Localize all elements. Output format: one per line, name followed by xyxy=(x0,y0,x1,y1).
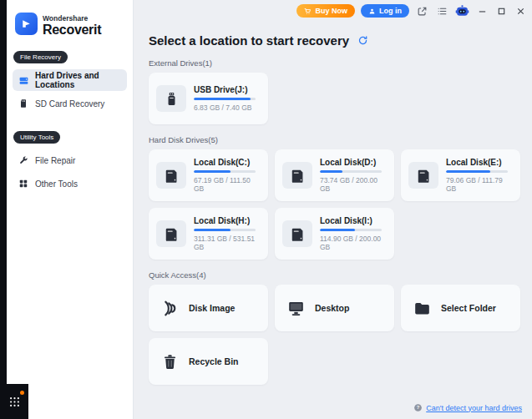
sd-card-icon xyxy=(18,98,29,109)
drive-name: Local Disk(H:) xyxy=(194,216,261,225)
drive-card-usb-j[interactable]: USB Drive(J:) 6.83 GB / 7.40 GB xyxy=(149,73,268,124)
section-badge-utility-tools: Utility Tools xyxy=(13,131,60,144)
sidebar-item-label: File Repair xyxy=(35,156,75,165)
quick-access-select-folder[interactable]: Select Folder xyxy=(401,285,520,331)
sidebar-item-file-repair[interactable]: File Repair xyxy=(13,149,127,171)
quick-access-disk-image[interactable]: Disk Image xyxy=(149,285,268,331)
quick-access-label: Recycle Bin xyxy=(189,356,239,366)
brand-text: Wondershare Recoverit xyxy=(43,13,101,38)
drive-card-local-d[interactable]: Local Disk(D:) 73.74 GB / 200.00 GB xyxy=(275,149,394,201)
close-icon xyxy=(516,7,525,16)
left-edge-strip xyxy=(0,0,7,419)
refresh-button[interactable] xyxy=(357,34,369,47)
disk-image-icon xyxy=(160,298,180,318)
quick-access-recycle-bin[interactable]: Recycle Bin xyxy=(149,338,268,385)
section-label-quick-access: Quick Access(4) xyxy=(149,270,520,280)
drive-name: Local Disk(D:) xyxy=(320,158,387,167)
help-circle-icon: ? xyxy=(413,403,423,412)
drive-capacity: 79.06 GB / 111.79 GB xyxy=(446,176,513,193)
hard-disk-icon xyxy=(408,162,438,189)
drive-capacity: 114.90 GB / 200.00 GB xyxy=(320,235,387,251)
sidebar-item-label: Hard Drives and Locations xyxy=(35,71,122,89)
person-icon xyxy=(368,8,376,15)
apps-grid-icon xyxy=(8,396,21,408)
drive-name: Local Disk(C:) xyxy=(194,158,261,167)
sidebar-item-hard-drives-and-locations[interactable]: Hard Drives and Locations xyxy=(13,69,127,91)
capacity-progress-bar xyxy=(194,229,256,231)
notification-dot xyxy=(20,391,24,395)
hard-disk-icon xyxy=(156,220,186,247)
wrench-icon xyxy=(18,154,29,166)
recoverit-logo-icon xyxy=(15,13,38,35)
menu-list-button[interactable] xyxy=(435,4,449,18)
drive-name: USB Drive(J:) xyxy=(194,85,256,94)
hard-disk-icon xyxy=(156,162,186,189)
share-icon xyxy=(417,6,428,17)
drive-card-local-e[interactable]: Local Disk(E:) 79.06 GB / 111.79 GB xyxy=(401,149,520,201)
quick-access-label: Select Folder xyxy=(441,303,496,313)
drive-capacity: 73.74 GB / 200.00 GB xyxy=(320,176,387,193)
minimize-button[interactable] xyxy=(475,4,489,18)
brand-line-wondershare: Wondershare xyxy=(43,14,101,23)
brand-line-recoverit: Recoverit xyxy=(43,23,101,38)
sidebar-item-label: SD Card Recovery xyxy=(35,99,104,109)
recycle-bin-icon xyxy=(160,351,180,371)
drive-card-local-h[interactable]: Local Disk(H:) 311.31 GB / 531.51 GB xyxy=(149,208,268,260)
desktop-icon xyxy=(286,298,306,318)
drive-name: Local Disk(I:) xyxy=(320,216,387,225)
drive-card-local-i[interactable]: Local Disk(I:) 114.90 GB / 200.00 GB xyxy=(275,208,394,260)
folder-icon xyxy=(412,298,432,318)
hard-disk-icon xyxy=(282,162,312,189)
capacity-progress-bar xyxy=(320,170,382,173)
quick-access-label: Desktop xyxy=(315,303,349,313)
hard-drive-icon xyxy=(18,74,29,86)
robot-icon xyxy=(455,3,469,19)
drive-name: Local Disk(E:) xyxy=(446,158,513,167)
refresh-icon xyxy=(357,35,368,46)
main-content: Select a location to start recovery Exte… xyxy=(134,22,532,419)
quick-access-label: Disk Image xyxy=(189,303,235,313)
drive-card-local-c[interactable]: Local Disk(C:) 67.19 GB / 111.50 GB xyxy=(149,149,268,201)
share-button[interactable] xyxy=(415,4,429,18)
maximize-icon xyxy=(497,7,506,16)
sidebar-item-sd-card-recovery[interactable]: SD Card Recovery xyxy=(13,93,127,114)
buy-now-button[interactable]: Buy Now xyxy=(296,4,355,18)
log-in-button[interactable]: Log in xyxy=(361,4,409,18)
list-icon xyxy=(437,6,448,17)
grid-icon xyxy=(18,178,29,189)
section-badge-file-recovery: File Recovery xyxy=(13,51,68,63)
cant-detect-link[interactable]: Can't detect your hard drives xyxy=(426,404,522,412)
log-in-label: Log in xyxy=(379,7,402,15)
page-title: Select a location to start recovery xyxy=(149,33,349,48)
assistant-bot-button[interactable] xyxy=(455,4,469,18)
minimize-icon xyxy=(478,7,487,16)
buy-now-label: Buy Now xyxy=(315,7,347,15)
sidebar-item-label: Other Tools xyxy=(35,179,78,189)
sidebar: Wondershare Recoverit File Recovery Hard… xyxy=(7,0,134,419)
capacity-progress-bar xyxy=(194,170,256,173)
title-bar: Buy Now Log in xyxy=(134,0,532,22)
sidebar-item-other-tools[interactable]: Other Tools xyxy=(13,173,127,194)
drive-capacity: 67.19 GB / 111.50 GB xyxy=(194,176,261,193)
close-button[interactable] xyxy=(514,4,527,18)
capacity-progress-bar xyxy=(446,170,508,173)
cant-detect-link-row: ? Can't detect your hard drives xyxy=(413,403,522,412)
section-label-external-drives: External Drives(1) xyxy=(149,58,520,68)
hard-disk-icon xyxy=(282,220,312,247)
cart-icon xyxy=(304,8,312,15)
recoverit-window: Wondershare Recoverit File Recovery Hard… xyxy=(0,0,532,419)
drive-capacity: 6.83 GB / 7.40 GB xyxy=(194,103,256,112)
section-label-hard-disk-drives: Hard Disk Drives(5) xyxy=(149,135,520,144)
usb-drive-icon xyxy=(156,85,186,112)
apps-grid-button[interactable] xyxy=(0,384,28,419)
drive-capacity: 311.31 GB / 531.51 GB xyxy=(194,235,261,251)
quick-access-desktop[interactable]: Desktop xyxy=(275,285,394,331)
maximize-button[interactable] xyxy=(494,4,508,18)
capacity-progress-bar xyxy=(194,98,256,100)
brand: Wondershare Recoverit xyxy=(7,0,133,38)
capacity-progress-bar xyxy=(320,229,382,231)
svg-text:?: ? xyxy=(417,405,420,410)
